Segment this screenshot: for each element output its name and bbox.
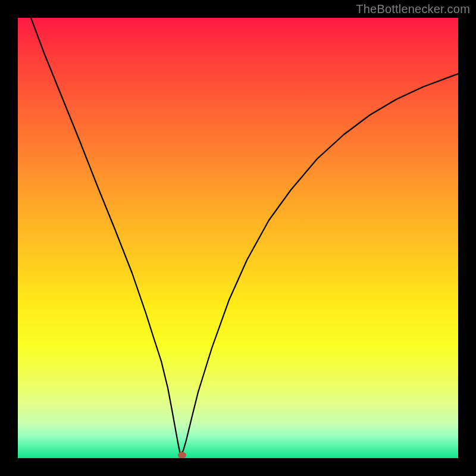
plot-area bbox=[18, 18, 458, 458]
watermark-text: TheBottlenecker.com bbox=[356, 2, 470, 16]
bottleneck-curve bbox=[31, 18, 458, 455]
curve-layer bbox=[18, 18, 458, 458]
chart-frame: TheBottlenecker.com bbox=[0, 0, 476, 476]
optimum-marker bbox=[178, 452, 186, 459]
